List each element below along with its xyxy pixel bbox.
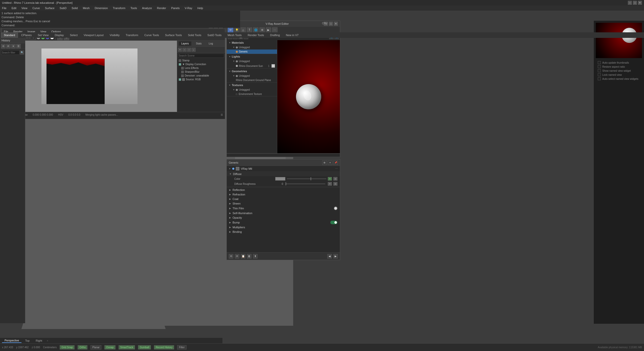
history-btn3[interactable]: ✕	[11, 44, 16, 48]
tab-visibility[interactable]: Visibility	[107, 33, 123, 38]
ae-geo-btn[interactable]: △	[240, 27, 246, 33]
lights-header[interactable]: ▼ Lights	[227, 54, 277, 59]
layer-source-rgb[interactable]: Source: RGB	[177, 78, 225, 81]
ae-env-btn[interactable]: 🌐	[253, 27, 259, 33]
auto-update-check[interactable]	[598, 61, 601, 64]
ae-render-btn[interactable]: ▶	[266, 27, 271, 33]
lights-untagged[interactable]: ▼ Untagged	[227, 59, 277, 63]
color-slider[interactable]	[287, 178, 326, 179]
minimize-button[interactable]: ─	[628, 1, 632, 5]
history-btn4[interactable]: ☰	[16, 44, 21, 48]
snap-osnap[interactable]: Osnap	[104, 345, 115, 349]
menu-analyze[interactable]: Analyze	[141, 7, 153, 10]
menu-render[interactable]: Render	[156, 7, 167, 10]
tab-new-v7[interactable]: New in V7	[283, 33, 301, 38]
materials-header[interactable]: ▼ Materials	[227, 40, 277, 45]
gp-back-btn[interactable]: ◀	[327, 254, 332, 259]
prop-opacity[interactable]: ▶ Opacity	[227, 215, 340, 220]
layer-down-btn[interactable]: ↓	[192, 48, 196, 52]
history-btn2[interactable]: ⟳	[6, 44, 11, 48]
menu-panels[interactable]: Panels	[170, 7, 181, 10]
color-override-btn[interactable]: O	[333, 177, 337, 181]
materials-untagged[interactable]: ▼ Untagged	[227, 45, 277, 49]
ae-close[interactable]: ✕	[334, 22, 338, 26]
ae-settings-btn[interactable]: ⚙	[259, 27, 265, 33]
tab-solid-tools[interactable]: Solid Tools	[185, 33, 204, 38]
ae-maximize[interactable]: □	[329, 22, 333, 26]
search-button[interactable]: 🔍	[20, 51, 24, 55]
window-controls[interactable]: ─ □ ✕	[628, 1, 642, 5]
menu-solid[interactable]: Solid	[71, 7, 79, 10]
prop-multipliers[interactable]: ▶ Multipliers	[227, 225, 340, 230]
layer-add-btn[interactable]: +	[178, 48, 182, 52]
ae-tex-btn[interactable]: T	[247, 27, 252, 33]
prop-diffuse[interactable]: ▼ Diffuse	[227, 172, 340, 176]
color-tex-btn[interactable]: T	[328, 177, 332, 181]
tab-surface-tools[interactable]: Surface Tools	[162, 33, 185, 38]
tab-mesh-tools[interactable]: Mesh Tools	[225, 33, 244, 38]
gp-list-btn[interactable]: ≡	[328, 160, 332, 165]
snap-planar[interactable]: Planar	[90, 345, 101, 349]
ae-extra-btn[interactable]: ⋯	[272, 27, 278, 33]
tex-header[interactable]: ▼ Textures	[227, 83, 277, 88]
geo-header[interactable]: ▼ Geometries	[227, 69, 277, 74]
thin-film-toggle[interactable]	[334, 207, 337, 210]
fb-tab-log[interactable]: Log	[206, 41, 216, 46]
fb-tab-stats[interactable]: Stats	[193, 41, 204, 46]
prop-bump[interactable]: ▶ Bump	[227, 220, 340, 225]
snap-gumball[interactable]: Gumball	[138, 345, 151, 349]
tab-render-tools[interactable]: Render Tools	[245, 33, 267, 38]
ae-light-btn[interactable]: 💡	[234, 27, 240, 33]
dr-slider[interactable]	[286, 183, 325, 184]
color-swatch[interactable]	[275, 177, 285, 181]
gp-copy-btn[interactable]: ⟳	[235, 254, 239, 259]
menu-subd[interactable]: SubD	[59, 7, 68, 10]
layer-display-correction[interactable]: ▼ Display Correction	[177, 62, 225, 66]
menu-view[interactable]: View	[20, 7, 29, 10]
fb-toggle[interactable]: ☰	[221, 113, 223, 116]
vp-tab-top[interactable]: Top	[22, 339, 32, 343]
geo-untagged[interactable]: ▼ Untagged	[227, 74, 277, 78]
menu-tools[interactable]: Tools	[129, 7, 138, 10]
tab-drafting[interactable]: Drafting	[267, 33, 283, 38]
prop-binding[interactable]: ▶ Binding	[227, 230, 340, 234]
tab-setview[interactable]: Set View	[35, 33, 51, 38]
prop-self-illumination[interactable]: ▶ Self-Illumination	[227, 211, 340, 215]
search-input[interactable]	[1, 50, 19, 55]
auto-select-check[interactable]	[598, 77, 601, 80]
gp-export-btn[interactable]: ⬆	[253, 254, 258, 259]
gp-add-btn[interactable]: ⟲	[229, 254, 233, 259]
show-widget-check[interactable]	[598, 69, 601, 72]
tab-subd-tools[interactable]: SubD Tools	[204, 33, 224, 38]
close-button[interactable]: ✕	[638, 1, 642, 5]
layer-up-btn[interactable]: ↑	[187, 48, 191, 52]
tab-select[interactable]: Select	[67, 33, 81, 38]
dr-override-btn[interactable]: O	[333, 182, 337, 186]
gp-pin-btn[interactable]: 📌	[333, 160, 338, 165]
layer-stamp[interactable]: Stamp	[177, 59, 225, 62]
prop-thin-film[interactable]: ▶ Thin Film	[227, 206, 340, 211]
vp-tab-right[interactable]: Right	[33, 339, 45, 343]
menu-mesh[interactable]: Mesh	[82, 7, 91, 10]
vp-tab-add[interactable]: +	[47, 339, 48, 342]
restore-aspect-check[interactable]	[598, 65, 601, 68]
gp-delete-btn[interactable]: 🗑	[247, 254, 251, 259]
layer-search[interactable]	[178, 54, 224, 58]
vp-tab-perspective[interactable]: Perspective	[2, 338, 21, 343]
layer-lens-effects[interactable]: Lens Effects	[177, 66, 225, 70]
maximize-button[interactable]: □	[633, 1, 637, 5]
gp-mat-menu[interactable]: ⋯	[335, 167, 338, 170]
gp-layout-btn[interactable]: ⊞	[322, 160, 327, 165]
menu-help[interactable]: Help	[196, 7, 204, 10]
tab-transform[interactable]: Transform	[123, 33, 141, 38]
gp-forward-btn[interactable]: ▶	[333, 254, 338, 259]
prop-refraction[interactable]: ▶ Refraction	[227, 192, 340, 197]
geo-ground-plane[interactable]: Rhino Document Ground Plane	[227, 78, 277, 82]
tex-env[interactable]: □ Environment Texture	[227, 92, 277, 96]
menu-curve[interactable]: Curve	[31, 7, 41, 10]
menu-transform[interactable]: Transform	[112, 7, 127, 10]
menu-vray[interactable]: V-Ray	[184, 7, 193, 10]
snap-filter[interactable]: Filter	[177, 345, 186, 349]
ae-mat-btn[interactable]: M	[228, 27, 233, 33]
bump-toggle[interactable]	[330, 221, 337, 224]
